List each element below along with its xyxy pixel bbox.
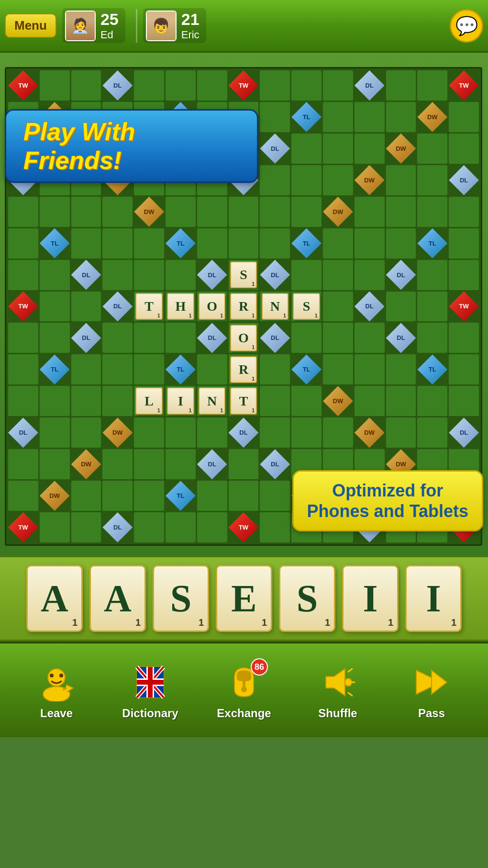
- board-cell-9-3[interactable]: [102, 354, 133, 384]
- board-cell-10-3[interactable]: [102, 386, 133, 416]
- board-cell-12-5[interactable]: [166, 449, 196, 479]
- board-cell-0-11[interactable]: DL: [355, 70, 385, 101]
- board-cell-7-1[interactable]: [40, 292, 70, 322]
- board-cell-12-1[interactable]: [40, 449, 70, 479]
- board-cell-9-2[interactable]: [71, 354, 101, 384]
- board-cell-2-8[interactable]: DL: [260, 134, 290, 164]
- board-cell-0-14[interactable]: TW: [449, 70, 479, 101]
- board-cell-3-13[interactable]: [417, 165, 447, 195]
- board-cell-11-5[interactable]: [166, 417, 196, 448]
- board-cell-0-4[interactable]: [134, 70, 164, 101]
- board-cell-2-11[interactable]: [355, 134, 385, 164]
- board-cell-12-7[interactable]: [229, 449, 259, 479]
- board-cell-0-12[interactable]: [386, 70, 416, 101]
- board-cell-13-4[interactable]: [134, 481, 164, 511]
- board-cell-0-10[interactable]: [323, 70, 353, 101]
- board-cell-5-4[interactable]: [134, 228, 164, 259]
- board-cell-8-14[interactable]: [449, 323, 479, 353]
- rack-tile[interactable]: A 1: [26, 565, 83, 632]
- board-cell-9-4[interactable]: [134, 354, 164, 384]
- board-cell-8-8[interactable]: DL: [260, 323, 290, 353]
- board-cell-12-6[interactable]: DL: [197, 449, 227, 479]
- board-cell-4-9[interactable]: [291, 197, 322, 227]
- board-cell-10-14[interactable]: [449, 386, 479, 416]
- board-cell-7-10[interactable]: [323, 292, 353, 322]
- board-cell-7-12[interactable]: [386, 292, 416, 322]
- board-cell-6-3[interactable]: [102, 260, 133, 290]
- board-cell-1-8[interactable]: [260, 102, 290, 132]
- board-cell-3-11[interactable]: DW: [355, 165, 385, 195]
- board-cell-10-8[interactable]: [260, 386, 290, 416]
- board-cell-7-13[interactable]: [417, 292, 447, 322]
- board-cell-11-3[interactable]: DW: [102, 417, 133, 448]
- board-cell-12-3[interactable]: [102, 449, 133, 479]
- board-cell-11-12[interactable]: [386, 417, 416, 448]
- board-cell-7-4[interactable]: T 1: [134, 292, 164, 322]
- board-cell-5-12[interactable]: [386, 228, 416, 259]
- board-cell-7-0[interactable]: TW: [8, 292, 38, 322]
- board-cell-9-9[interactable]: TL: [291, 354, 322, 384]
- board-cell-7-2[interactable]: [71, 292, 101, 322]
- board-cell-5-2[interactable]: [71, 228, 101, 259]
- board-cell-10-7[interactable]: T 1: [229, 386, 259, 416]
- chat-button[interactable]: 💬: [450, 9, 483, 43]
- board-cell-9-0[interactable]: [8, 354, 38, 384]
- board-cell-11-10[interactable]: [323, 417, 353, 448]
- board-cell-5-13[interactable]: TL: [417, 228, 447, 259]
- board-cell-0-9[interactable]: [291, 70, 322, 101]
- board-cell-6-6[interactable]: DL: [197, 260, 227, 290]
- board-cell-4-10[interactable]: DW: [323, 197, 353, 227]
- board-cell-10-5[interactable]: I 1: [166, 386, 196, 416]
- board-cell-13-2[interactable]: [71, 481, 101, 511]
- board-cell-5-9[interactable]: TL: [291, 228, 322, 259]
- board-cell-3-8[interactable]: [260, 165, 290, 195]
- board-cell-2-9[interactable]: [291, 134, 322, 164]
- board-cell-8-6[interactable]: DL: [197, 323, 227, 353]
- board-cell-0-2[interactable]: [71, 70, 101, 101]
- board-cell-7-6[interactable]: O 1: [197, 292, 227, 322]
- board-cell-14-6[interactable]: [197, 512, 227, 542]
- rack-tile[interactable]: I 1: [405, 565, 462, 632]
- board-cell-8-11[interactable]: [355, 323, 385, 353]
- board-cell-1-13[interactable]: DW: [417, 102, 447, 132]
- board-cell-3-14[interactable]: DL: [449, 165, 479, 195]
- board-cell-9-11[interactable]: [355, 354, 385, 384]
- board-cell-12-0[interactable]: [8, 449, 38, 479]
- board-cell-13-5[interactable]: TL: [166, 481, 196, 511]
- board-cell-7-8[interactable]: N 1: [260, 292, 290, 322]
- board-cell-8-13[interactable]: [417, 323, 447, 353]
- board-cell-4-4[interactable]: DW: [134, 197, 164, 227]
- board-cell-8-4[interactable]: [134, 323, 164, 353]
- board-cell-7-11[interactable]: DL: [355, 292, 385, 322]
- board-cell-3-9[interactable]: [291, 165, 322, 195]
- board-cell-7-14[interactable]: TW: [449, 292, 479, 322]
- board-cell-13-0[interactable]: [8, 481, 38, 511]
- board-cell-5-0[interactable]: [8, 228, 38, 259]
- board-cell-8-12[interactable]: DL: [386, 323, 416, 353]
- board-cell-1-14[interactable]: [449, 102, 479, 132]
- board-cell-8-9[interactable]: [291, 323, 322, 353]
- board-cell-8-0[interactable]: [8, 323, 38, 353]
- board-cell-7-5[interactable]: H 1: [166, 292, 196, 322]
- board-cell-3-12[interactable]: [386, 165, 416, 195]
- board-cell-9-8[interactable]: [260, 354, 290, 384]
- board-cell-4-7[interactable]: [229, 197, 259, 227]
- board-cell-5-14[interactable]: [449, 228, 479, 259]
- board-cell-14-7[interactable]: TW: [229, 512, 259, 542]
- board-cell-8-10[interactable]: [323, 323, 353, 353]
- board-cell-6-5[interactable]: [166, 260, 196, 290]
- board-cell-6-9[interactable]: [291, 260, 322, 290]
- board-cell-2-12[interactable]: DW: [386, 134, 416, 164]
- board-cell-9-13[interactable]: TL: [417, 354, 447, 384]
- board-cell-0-13[interactable]: [417, 70, 447, 101]
- board-cell-10-0[interactable]: [8, 386, 38, 416]
- board-cell-4-12[interactable]: [386, 197, 416, 227]
- board-cell-11-14[interactable]: DL: [449, 417, 479, 448]
- board-cell-2-13[interactable]: [417, 134, 447, 164]
- board-cell-5-3[interactable]: [102, 228, 133, 259]
- board-cell-9-14[interactable]: [449, 354, 479, 384]
- board-cell-14-0[interactable]: TW: [8, 512, 38, 542]
- board-cell-2-10[interactable]: [323, 134, 353, 164]
- board-cell-13-3[interactable]: [102, 481, 133, 511]
- board-cell-4-5[interactable]: [166, 197, 196, 227]
